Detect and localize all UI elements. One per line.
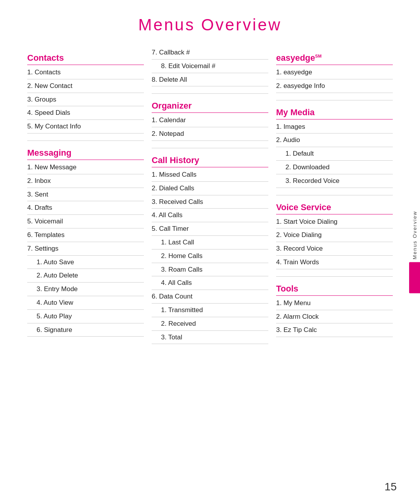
menu-item: 3. Ez Tip Calc xyxy=(276,323,393,337)
menu-item: 6. Signature xyxy=(27,323,144,337)
menu-item: 2. Audio xyxy=(276,133,393,147)
column-2: 7. Callback #8. Edit Voicemail #8. Delet… xyxy=(148,46,272,344)
side-tab: Menus Overview xyxy=(409,211,420,293)
menu-item: 1. Calendar xyxy=(152,114,268,127)
menu-item: 4. Drafts xyxy=(27,201,144,215)
section-title: Organizer xyxy=(152,101,268,113)
menu-item: 2. Auto Delete xyxy=(27,269,144,283)
menu-item: 6. Templates xyxy=(27,228,144,242)
menu-item: 4. Train Words xyxy=(276,256,393,269)
section-separator xyxy=(276,195,393,195)
menu-item: 4. Speed Dials xyxy=(27,106,144,120)
menu-item: 3. Recorded Voice xyxy=(276,174,393,188)
section-separator xyxy=(276,100,393,100)
section-separator xyxy=(152,93,268,94)
menu-item: 3. Roam Calls xyxy=(152,263,268,277)
section-title: Messaging xyxy=(27,148,144,160)
menu-item: 6. Data Count xyxy=(152,290,268,304)
menu-item: 1. New Message xyxy=(27,161,144,174)
section-separator xyxy=(276,276,393,277)
menu-item: 2. easyedge Info xyxy=(276,79,393,93)
menu-item: 7. Settings xyxy=(27,242,144,256)
side-tab-bar xyxy=(409,262,420,293)
side-tab-label: Menus Overview xyxy=(412,211,418,259)
menu-item: 5. Call Timer xyxy=(152,222,268,236)
menu-item: 1. Images xyxy=(276,120,393,134)
menu-item: 1. easyedge xyxy=(276,66,393,79)
menu-item: 3. Sent xyxy=(27,188,144,202)
section-separator xyxy=(27,140,144,141)
menu-item: 3. Received Calls xyxy=(152,195,268,209)
content-area: Contacts1. Contacts2. New Contact3. Grou… xyxy=(0,46,420,344)
column-1: Contacts1. Contacts2. New Contact3. Grou… xyxy=(23,46,148,344)
menu-item: 3. Entry Mode xyxy=(27,283,144,296)
column-3: easyedgeSM1. easyedge2. easyedge InfoMy … xyxy=(272,46,397,344)
menu-item: 5. My Contact Info xyxy=(27,120,144,133)
page-title: Menus Overview xyxy=(0,0,420,46)
section-separator xyxy=(152,148,268,148)
menu-item: 1. Start Voice Dialing xyxy=(276,215,393,229)
menu-item: 1. Contacts xyxy=(27,66,144,79)
menu-item: 2. Voice Dialing xyxy=(276,228,393,242)
menu-item: 2. Notepad xyxy=(152,127,268,141)
menu-item: 2. Received xyxy=(152,317,268,331)
menu-item: 1. My Menu xyxy=(276,297,393,310)
menu-item: 4. All Calls xyxy=(152,276,268,290)
menu-item: 2. Dialed Calls xyxy=(152,182,268,195)
menu-item: 4. Auto View xyxy=(27,296,144,310)
menu-item: 5. Voicemail xyxy=(27,215,144,228)
menu-item: 4. All Calls xyxy=(152,209,268,222)
section-title: My Media xyxy=(276,107,393,119)
menu-item: 2. Home Calls xyxy=(152,249,268,263)
menu-item: 3. Groups xyxy=(27,93,144,107)
menu-item: 1. Default xyxy=(276,147,393,161)
menu-item: 2. Alarm Clock xyxy=(276,310,393,324)
menu-item: 2. New Contact xyxy=(27,79,144,93)
menu-item: 8. Edit Voicemail # xyxy=(152,60,268,73)
section-title: easyedgeSM xyxy=(276,53,393,65)
menu-item: 2. Downloaded xyxy=(276,161,393,174)
page-number: 15 xyxy=(385,481,397,493)
menu-item: 3. Total xyxy=(152,331,268,344)
menu-item: 2. Inbox xyxy=(27,174,144,188)
section-title: Call History xyxy=(152,155,268,167)
menu-item: 8. Delete All xyxy=(152,73,268,87)
menu-item: 3. Record Voice xyxy=(276,242,393,256)
section-title: Tools xyxy=(276,284,393,296)
menu-item: 1. Missed Calls xyxy=(152,168,268,182)
menu-item: 1. Auto Save xyxy=(27,256,144,269)
menu-item: 7. Callback # xyxy=(152,46,268,60)
menu-item: 5. Auto Play xyxy=(27,310,144,323)
section-title: Contacts xyxy=(27,53,144,65)
menu-item: 1. Transmitted xyxy=(152,304,268,317)
menu-item: 1. Last Call xyxy=(152,236,268,249)
section-title: Voice Service xyxy=(276,202,393,214)
